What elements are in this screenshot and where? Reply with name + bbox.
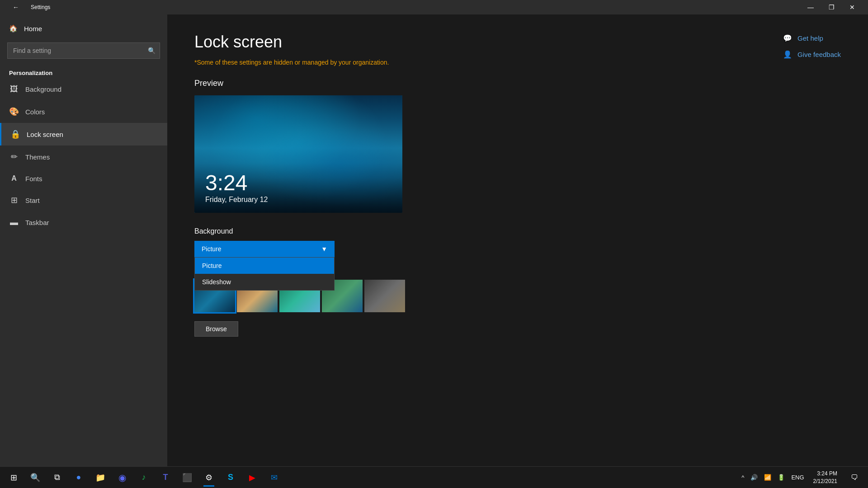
dropdown-chevron-icon: ▼: [321, 245, 327, 253]
title-bar-left: ← Settings: [5, 0, 50, 14]
fonts-icon: A: [9, 174, 19, 183]
give-feedback-icon: 👤: [782, 49, 793, 60]
get-help-label: Get help: [797, 34, 823, 42]
give-feedback-label: Give feedback: [797, 51, 841, 58]
taskbar-skype[interactable]: S: [221, 468, 241, 488]
taskbar-clock[interactable]: 3:24 PM 2/12/2021: [810, 470, 841, 485]
taskbar-spotify[interactable]: ♪: [134, 468, 154, 488]
background-dropdown[interactable]: Picture ▼ Picture Slideshow: [194, 241, 335, 257]
search-input[interactable]: [7, 42, 160, 59]
taskbar-left: ⊞ 🔍 ⧉ ● 📁 ◉ ♪ T ⬛ ⚙ S ▶ ✉: [4, 468, 284, 488]
taskbar-discord[interactable]: ◉: [112, 468, 132, 488]
task-view-button[interactable]: ⧉: [47, 468, 67, 488]
picture-thumb-5[interactable]: [364, 280, 405, 312]
taskbar-icon: ▬: [9, 218, 19, 227]
sidebar-search: 🔍: [7, 42, 160, 59]
sidebar-lock-label: Lock screen: [27, 131, 63, 138]
colors-icon: 🎨: [9, 107, 19, 117]
title-bar-controls: — ❐ ✕: [800, 0, 863, 14]
start-button[interactable]: ⊞: [4, 468, 24, 488]
sidebar-colors-label: Colors: [25, 108, 45, 116]
preview-label: Preview: [194, 79, 841, 88]
clock-time: 3:24 PM: [813, 470, 837, 478]
sidebar: 🏠 Home 🔍 Personalization 🖼 Background 🎨 …: [0, 14, 167, 466]
sidebar-taskbar-label: Taskbar: [25, 219, 49, 226]
chevron-icon[interactable]: ^: [740, 472, 746, 483]
taskbar-sys-icons: ^ 🔊 📶 🔋 ENG: [740, 472, 806, 483]
org-notice: *Some of these settings are hidden or ma…: [194, 59, 841, 66]
sidebar-item-themes[interactable]: ✏ Themes: [0, 145, 167, 168]
lock-date: Friday, February 12: [205, 196, 392, 204]
title-bar-title: Settings: [31, 4, 50, 10]
sidebar-item-colors[interactable]: 🎨 Colors: [0, 100, 167, 123]
clock-date: 2/12/2021: [813, 478, 837, 485]
language-indicator[interactable]: ENG: [789, 472, 806, 483]
taskbar-youtube[interactable]: ▶: [242, 468, 262, 488]
back-button[interactable]: ←: [5, 0, 26, 14]
lock-screen-icon: 🔒: [10, 129, 20, 139]
sidebar-item-fonts[interactable]: A Fonts: [0, 168, 167, 189]
notification-button[interactable]: 🗨: [844, 468, 864, 488]
give-feedback-link[interactable]: 👤 Give feedback: [782, 49, 841, 60]
content-area: Lock screen *Some of these settings are …: [167, 14, 868, 466]
volume-icon[interactable]: 🔊: [749, 472, 760, 483]
taskbar-teams[interactable]: T: [156, 468, 175, 488]
get-help-link[interactable]: 💬 Get help: [782, 33, 841, 43]
home-label: Home: [24, 25, 42, 33]
network-icon[interactable]: 📶: [762, 472, 773, 483]
get-help-icon: 💬: [782, 33, 793, 43]
dropdown-selected[interactable]: Picture ▼: [194, 241, 335, 257]
taskbar: ⊞ 🔍 ⧉ ● 📁 ◉ ♪ T ⬛ ⚙ S ▶ ✉ ^ 🔊 📶 🔋 ENG 3:…: [0, 466, 868, 488]
sidebar-item-lock-screen[interactable]: 🔒 Lock screen: [0, 123, 167, 145]
taskbar-search-button[interactable]: 🔍: [25, 468, 45, 488]
start-icon: ⊞: [9, 195, 19, 205]
lock-preview-overlay: 3:24 Friday, February 12: [194, 163, 402, 213]
taskbar-explorer[interactable]: 📁: [90, 468, 110, 488]
sidebar-themes-label: Themes: [25, 153, 50, 161]
background-section-label: Background: [194, 227, 841, 235]
sidebar-item-taskbar[interactable]: ▬ Taskbar: [0, 211, 167, 234]
sidebar-home-button[interactable]: 🏠 Home: [0, 18, 167, 39]
home-icon: 🏠: [9, 24, 18, 33]
sidebar-start-label: Start: [25, 197, 40, 204]
browse-button[interactable]: Browse: [194, 321, 238, 337]
lock-screen-preview: 3:24 Friday, February 12: [194, 95, 402, 213]
dropdown-option-slideshow[interactable]: Slideshow: [195, 274, 334, 290]
background-icon: 🖼: [9, 84, 19, 94]
page-title: Lock screen: [194, 33, 841, 52]
themes-icon: ✏: [9, 152, 19, 162]
close-button[interactable]: ✕: [842, 0, 863, 14]
lock-time: 3:24: [205, 172, 392, 194]
title-bar: ← Settings — ❐ ✕: [0, 0, 868, 14]
sidebar-fonts-label: Fonts: [25, 175, 42, 183]
sidebar-item-background[interactable]: 🖼 Background: [0, 78, 167, 100]
sidebar-background-label: Background: [25, 85, 61, 93]
sidebar-section-title: Personalization: [0, 66, 167, 78]
maximize-button[interactable]: ❐: [821, 0, 842, 14]
sidebar-item-start[interactable]: ⊞ Start: [0, 189, 167, 211]
taskbar-mail[interactable]: ✉: [264, 468, 284, 488]
dropdown-selected-value: Picture: [202, 245, 222, 253]
dropdown-list: Picture Slideshow: [194, 257, 335, 291]
taskbar-settings[interactable]: ⚙: [199, 468, 219, 488]
minimize-button[interactable]: —: [800, 0, 821, 14]
dropdown-option-picture[interactable]: Picture: [195, 258, 334, 274]
help-panel: 💬 Get help 👤 Give feedback: [782, 33, 841, 60]
taskbar-minecraft[interactable]: ⬛: [177, 468, 197, 488]
taskbar-right: ^ 🔊 📶 🔋 ENG 3:24 PM 2/12/2021 🗨: [740, 468, 864, 488]
taskbar-chrome[interactable]: ●: [69, 468, 89, 488]
search-icon: 🔍: [148, 47, 156, 54]
app-body: 🏠 Home 🔍 Personalization 🖼 Background 🎨 …: [0, 14, 868, 466]
battery-icon[interactable]: 🔋: [776, 472, 787, 483]
